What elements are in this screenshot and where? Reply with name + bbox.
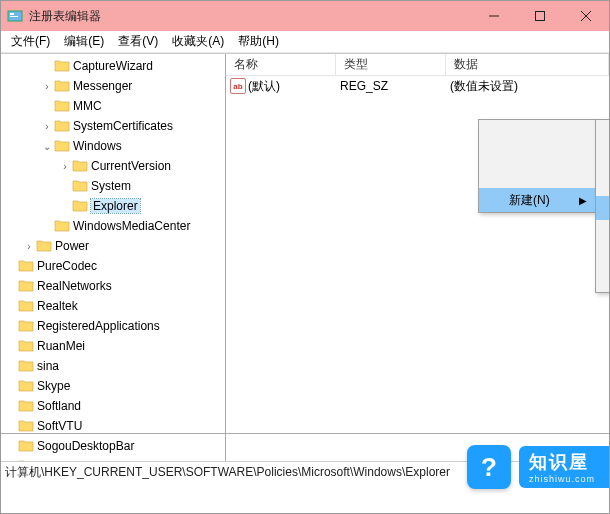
context-submenu: 项(K) 字符串值(S) 二进制值(B) DWORD (32 位)值(D) QW… — [595, 119, 609, 293]
folder-icon — [18, 439, 34, 453]
tree-label: Power — [55, 239, 89, 253]
value-type: REG_SZ — [336, 79, 446, 93]
tree-node-systemcertificates[interactable]: ›SystemCertificates — [1, 116, 225, 136]
folder-icon — [54, 99, 70, 113]
expander-icon[interactable]: › — [59, 161, 71, 172]
list-header: 名称 类型 数据 — [226, 54, 609, 76]
tree-node-power[interactable]: ›Power — [1, 236, 225, 256]
folder-icon — [18, 459, 34, 461]
separator — [1, 433, 609, 434]
string-value-icon: ab — [230, 78, 246, 94]
folder-icon — [54, 119, 70, 133]
tree-label: sina — [37, 359, 59, 373]
folder-icon — [18, 339, 34, 353]
expander-icon[interactable]: › — [23, 241, 35, 252]
submenu-qword[interactable]: QWORD (64 位)值(Q) — [596, 220, 609, 244]
folder-icon — [18, 359, 34, 373]
tree-node-sogouinput[interactable]: SogouInput — [1, 456, 225, 461]
menu-new[interactable]: 新建(N) ▶ — [479, 188, 595, 212]
list-row[interactable]: ab (默认) REG_SZ (数值未设置) — [226, 76, 609, 96]
folder-icon — [18, 379, 34, 393]
window-title: 注册表编辑器 — [29, 8, 471, 25]
expander-icon[interactable]: › — [41, 121, 53, 132]
tree-node-sina[interactable]: sina — [1, 356, 225, 376]
tree-label: Explorer — [91, 199, 140, 213]
tree-label: RuanMei — [37, 339, 85, 353]
folder-icon — [18, 259, 34, 273]
submenu-dword[interactable]: DWORD (32 位)值(D) — [596, 196, 609, 220]
folder-icon — [18, 399, 34, 413]
tree-node-currentversion[interactable]: ›CurrentVersion — [1, 156, 225, 176]
tree-node-windows[interactable]: ⌄Windows — [1, 136, 225, 156]
menubar: 文件(F) 编辑(E) 查看(V) 收藏夹(A) 帮助(H) — [1, 31, 609, 53]
tree-node-windowsmediacenter[interactable]: WindowsMediaCenter — [1, 216, 225, 236]
menu-file[interactable]: 文件(F) — [5, 31, 58, 52]
column-data[interactable]: 数据 — [446, 54, 609, 75]
minimize-button[interactable] — [471, 1, 517, 31]
maximize-button[interactable] — [517, 1, 563, 31]
titlebar: 注册表编辑器 — [1, 1, 609, 31]
submenu-binary[interactable]: 二进制值(B) — [596, 172, 609, 196]
tree-node-skype[interactable]: Skype — [1, 376, 225, 396]
menu-favorites[interactable]: 收藏夹(A) — [166, 31, 232, 52]
expander-icon[interactable]: ⌄ — [41, 141, 53, 152]
submenu-string[interactable]: 字符串值(S) — [596, 148, 609, 172]
tree-label: CurrentVersion — [91, 159, 171, 173]
tree-node-mmc[interactable]: MMC — [1, 96, 225, 116]
submenu-key[interactable]: 项(K) — [596, 120, 609, 144]
tree-label: WindowsMediaCenter — [73, 219, 190, 233]
watermark: ? 知识屋 zhishiwu.com — [467, 443, 609, 491]
folder-icon — [18, 279, 34, 293]
submenu-multi[interactable]: 多字符串值(M) — [596, 244, 609, 268]
column-type[interactable]: 类型 — [336, 54, 446, 75]
menu-edit[interactable]: 编辑(E) — [58, 31, 112, 52]
folder-icon — [18, 419, 34, 433]
context-menu: 新建(N) ▶ — [478, 119, 596, 213]
tree-label: RealNetworks — [37, 279, 112, 293]
tree-node-ruanmei[interactable]: RuanMei — [1, 336, 225, 356]
tree-label: RegisteredApplications — [37, 319, 160, 333]
folder-icon — [54, 79, 70, 93]
folder-icon — [18, 299, 34, 313]
folder-icon — [18, 319, 34, 333]
tree-node-messenger[interactable]: ›Messenger — [1, 76, 225, 96]
tree-node-registeredapplications[interactable]: RegisteredApplications — [1, 316, 225, 336]
menu-view[interactable]: 查看(V) — [112, 31, 166, 52]
tree-node-realnetworks[interactable]: RealNetworks — [1, 276, 225, 296]
tree-label: PureCodec — [37, 259, 97, 273]
submenu-expand[interactable]: 可扩充字符串值(E) — [596, 268, 609, 292]
folder-icon — [54, 219, 70, 233]
expander-icon[interactable]: › — [41, 81, 53, 92]
tree-node-explorer[interactable]: Explorer — [1, 196, 225, 216]
tree-pane[interactable]: CaptureWizard›MessengerMMC›SystemCertifi… — [1, 54, 226, 461]
submenu-arrow-icon: ▶ — [579, 195, 587, 206]
tree-node-capturewizard[interactable]: CaptureWizard — [1, 56, 225, 76]
watermark-badge-icon: ? — [467, 445, 511, 489]
svg-rect-2 — [10, 16, 18, 17]
tree-node-softland[interactable]: Softland — [1, 396, 225, 416]
folder-icon — [54, 59, 70, 73]
regedit-icon — [7, 8, 23, 24]
value-name: (默认) — [248, 78, 280, 95]
tree-label: Softland — [37, 399, 81, 413]
tree-node-system[interactable]: System — [1, 176, 225, 196]
tree-node-sogoudesktopbar[interactable]: SogouDesktopBar — [1, 436, 225, 456]
status-path: 计算机\HKEY_CURRENT_USER\SOFTWARE\Policies\… — [5, 464, 450, 481]
tree-label: Windows — [73, 139, 122, 153]
svg-rect-4 — [536, 12, 545, 21]
folder-icon — [72, 179, 88, 193]
tree-node-purecodec[interactable]: PureCodec — [1, 256, 225, 276]
menu-help[interactable]: 帮助(H) — [232, 31, 287, 52]
close-button[interactable] — [563, 1, 609, 31]
folder-icon — [72, 199, 88, 213]
window-controls — [471, 1, 609, 31]
folder-icon — [54, 139, 70, 153]
tree-label: System — [91, 179, 131, 193]
tree-label: SoftVTU — [37, 419, 82, 433]
column-name[interactable]: 名称 — [226, 54, 336, 75]
client-area: CaptureWizard›MessengerMMC›SystemCertifi… — [1, 53, 609, 461]
svg-rect-1 — [10, 13, 14, 15]
tree-label: Skype — [37, 379, 70, 393]
folder-icon — [36, 239, 52, 253]
tree-node-realtek[interactable]: Realtek — [1, 296, 225, 316]
